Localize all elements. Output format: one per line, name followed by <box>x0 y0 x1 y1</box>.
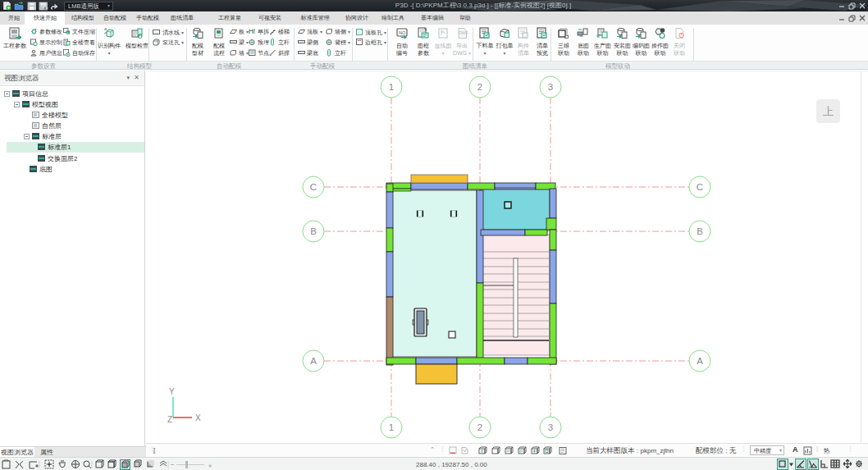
svg-text:1: 1 <box>389 422 394 432</box>
svg-text:Y: Y <box>169 387 175 396</box>
svg-text:A: A <box>697 356 703 366</box>
svg-text:X: X <box>195 413 201 422</box>
svg-text:C: C <box>697 182 703 192</box>
svg-text:3: 3 <box>548 82 553 92</box>
svg-text:B: B <box>697 226 703 236</box>
svg-text:2: 2 <box>477 422 482 432</box>
svg-text:3: 3 <box>548 422 553 432</box>
svg-text:2: 2 <box>477 82 482 92</box>
svg-text:1: 1 <box>389 82 394 92</box>
svg-text:B: B <box>310 226 317 236</box>
svg-text:Z: Z <box>167 415 172 424</box>
svg-text:A: A <box>310 356 317 366</box>
svg-text:C: C <box>310 182 317 192</box>
